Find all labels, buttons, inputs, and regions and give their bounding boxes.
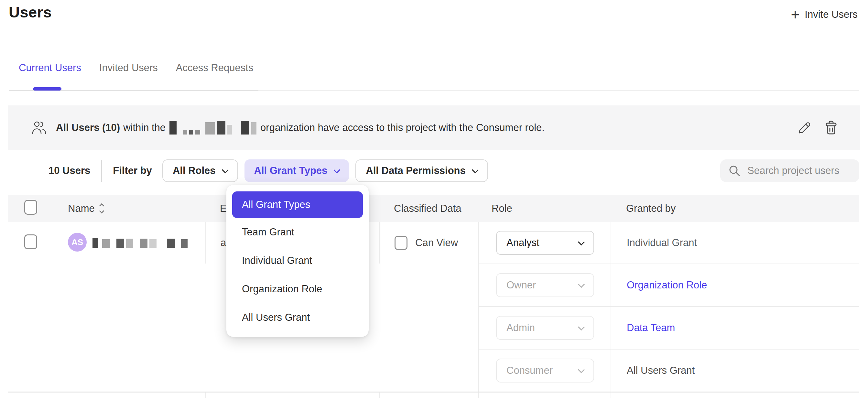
- column-header-classified: Classified Data: [394, 203, 461, 214]
- chevron-down-icon: [578, 281, 585, 288]
- trash-icon: [825, 121, 838, 135]
- invite-users-button[interactable]: + Invite Users: [791, 7, 858, 22]
- all-users-banner: All Users (10) within the organization h…: [8, 105, 860, 150]
- filter-bar: 10 Users Filter by All Roles All Grant T…: [9, 159, 859, 182]
- column-header-role: Role: [492, 203, 512, 214]
- menu-item-all-users-grant[interactable]: All Users Grant: [226, 303, 369, 332]
- search-input[interactable]: [747, 165, 851, 177]
- granted-by-link[interactable]: Data Team: [627, 322, 675, 334]
- redacted-org-name: [169, 121, 256, 134]
- table-row: AS a Can View: [8, 222, 859, 393]
- vertical-divider: [101, 160, 102, 182]
- row-checkbox[interactable]: [24, 235, 37, 249]
- role-value: Consumer: [506, 365, 553, 376]
- banner-suffix: organization have access to this project…: [260, 122, 545, 133]
- email-text: a: [221, 237, 226, 249]
- pencil-icon: [798, 121, 811, 134]
- granted-by-link[interactable]: Organization Role: [627, 279, 707, 291]
- redacted-user-name: [92, 238, 188, 248]
- menu-item-team-grant[interactable]: Team Grant: [226, 218, 369, 246]
- users-table: Name Email Classified Data Role Granted …: [8, 195, 859, 398]
- role-dropdown-admin: Admin: [496, 316, 594, 340]
- all-grant-types-filter[interactable]: All Grant Types: [245, 159, 349, 182]
- sort-icon[interactable]: [100, 204, 103, 213]
- chevron-down-icon: [334, 166, 340, 173]
- avatar: AS: [68, 233, 87, 251]
- tab-invited-users[interactable]: Invited Users: [99, 62, 158, 74]
- role-cell: Analyst Owner Admin: [478, 222, 611, 392]
- tab-current-users[interactable]: Current Users: [18, 62, 82, 74]
- all-data-permissions-label: All Data Permissions: [366, 165, 465, 177]
- chevron-down-icon: [221, 166, 228, 173]
- role-dropdown-consumer: Consumer: [496, 359, 594, 382]
- menu-item-organization-role[interactable]: Organization Role: [226, 275, 369, 303]
- all-roles-filter[interactable]: All Roles: [162, 159, 238, 182]
- menu-item-all-grant-types[interactable]: All Grant Types: [232, 191, 363, 218]
- filter-by-label: Filter by: [113, 165, 152, 177]
- role-value: Owner: [506, 279, 536, 291]
- banner-actions: [798, 121, 838, 135]
- plus-icon: +: [791, 7, 800, 22]
- page-title: Users: [9, 3, 52, 21]
- chevron-down-icon: [578, 366, 585, 373]
- grant-type-menu: All Grant Types Team Grant Individual Gr…: [226, 185, 369, 337]
- classified-data-cell: Can View: [379, 222, 478, 264]
- search-box[interactable]: [720, 159, 859, 182]
- tab-access-requests[interactable]: Access Requests: [175, 62, 254, 74]
- chevron-down-icon: [578, 324, 585, 331]
- role-dropdown-owner: Owner: [496, 273, 594, 297]
- role-value: Analyst: [506, 237, 539, 249]
- name-cell: AS: [49, 222, 205, 392]
- invite-users-label: Invite Users: [805, 9, 858, 20]
- can-view-label: Can View: [415, 237, 458, 249]
- all-grant-types-label: All Grant Types: [254, 165, 328, 177]
- role-dropdown-analyst[interactable]: Analyst: [496, 231, 594, 255]
- next-row-partial: [8, 393, 859, 398]
- granted-by-cell: Individual Grant Organization Role Data …: [611, 222, 859, 392]
- granted-by-value: All Users Grant: [627, 365, 695, 376]
- chevron-down-icon: [578, 239, 585, 245]
- column-header-granted-by: Granted by: [626, 203, 676, 214]
- users-group-icon: [31, 121, 47, 135]
- all-data-permissions-filter[interactable]: All Data Permissions: [355, 159, 488, 182]
- banner-bold: All Users (10): [56, 122, 120, 133]
- users-page: Users + Invite Users Current Users Invit…: [0, 0, 868, 399]
- granted-by-value: Individual Grant: [627, 237, 697, 249]
- banner-text: All Users (10) within the organization h…: [56, 121, 548, 134]
- role-value: Admin: [506, 322, 535, 334]
- column-header-name: Name: [68, 203, 95, 214]
- menu-item-individual-grant[interactable]: Individual Grant: [226, 246, 369, 275]
- tab-bar: Current Users Invited Users Access Reque…: [9, 62, 271, 74]
- delete-banner-button[interactable]: [825, 121, 838, 135]
- user-count: 10 Users: [49, 165, 90, 177]
- table-header-row: Name Email Classified Data Role Granted …: [8, 195, 859, 222]
- active-tab-indicator: [33, 87, 61, 91]
- can-view-checkbox[interactable]: [395, 236, 407, 250]
- chevron-down-icon: [472, 166, 478, 173]
- select-all-checkbox[interactable]: [24, 200, 37, 215]
- banner-prefix: within the: [123, 122, 165, 133]
- search-icon: [728, 165, 740, 177]
- all-roles-label: All Roles: [173, 165, 216, 177]
- edit-banner-button[interactable]: [798, 121, 811, 134]
